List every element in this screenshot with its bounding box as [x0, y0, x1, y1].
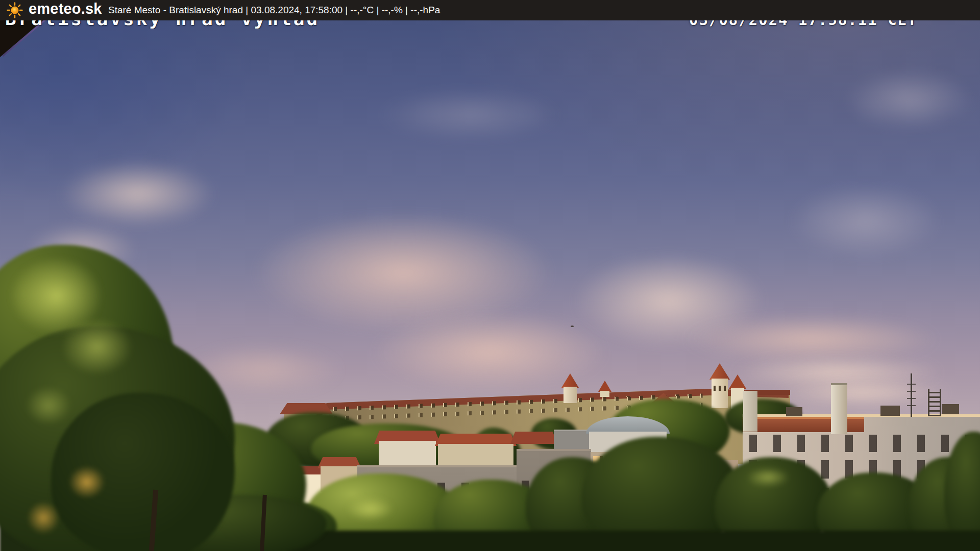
right-building-windows	[749, 435, 975, 452]
station-pressure: --,-hPa	[410, 5, 440, 15]
castle-big-tower-windows	[714, 386, 726, 391]
sunlit-gap	[61, 459, 112, 505]
bird	[571, 325, 574, 327]
hill-house	[379, 441, 436, 467]
rooftop-box	[942, 404, 959, 414]
station-name: Staré Mesto - Bratislavský hrad	[108, 5, 243, 15]
brand-logo[interactable]: emeteo.sk	[29, 1, 102, 17]
castle-big-tower	[712, 379, 728, 408]
separator: |	[403, 5, 411, 15]
watermark-strip: Bratislavský hrad výhľad 03/08/2024 17:5…	[0, 20, 980, 29]
sunlit-leaves	[337, 492, 403, 525]
castle-small-tower	[564, 387, 577, 403]
separator: |	[243, 5, 251, 15]
separator: |	[374, 5, 382, 15]
station-datetime: 03.08.2024, 17:58:00	[251, 5, 342, 15]
separator: |	[342, 5, 351, 15]
small-chimney	[743, 391, 757, 432]
watermark-timestamp: 03/08/2024 17:58:11 CET	[689, 20, 918, 29]
cloud	[337, 77, 602, 153]
foliage-bottom-band	[286, 531, 980, 551]
antenna-crossbars	[907, 378, 916, 412]
tall-chimney	[831, 383, 847, 434]
red-roof-cluster	[510, 432, 557, 444]
station-humidity: --,-%	[382, 5, 403, 15]
sun-icon	[7, 2, 23, 18]
sunlit-canopy	[46, 306, 148, 388]
rooftop-box	[880, 406, 900, 416]
emeteo-webcam-page: emeteo.sk Staré Mesto - Bratislavský hra…	[0, 0, 980, 551]
hill-house	[438, 444, 513, 467]
header-bar: emeteo.sk Staré Mesto - Bratislavský hra…	[0, 0, 980, 20]
cloud	[755, 168, 975, 276]
station-info: Staré Mesto - Bratislavský hrad | 03.08.…	[108, 5, 440, 16]
station-temperature: --,-°C	[351, 5, 374, 15]
webcam-image: Bratislavský hrad výhľad 03/08/2024 17:5…	[0, 20, 980, 551]
ladder-tower	[928, 389, 941, 416]
sunlit-gap	[20, 495, 66, 541]
watermark-caption: Bratislavský hrad výhľad	[5, 20, 320, 29]
rooftop-box	[786, 407, 802, 416]
sunlit-leaves	[738, 463, 799, 491]
sunlit-canopy	[15, 378, 82, 434]
cloud	[817, 56, 980, 143]
castle-small-turret	[600, 391, 609, 397]
